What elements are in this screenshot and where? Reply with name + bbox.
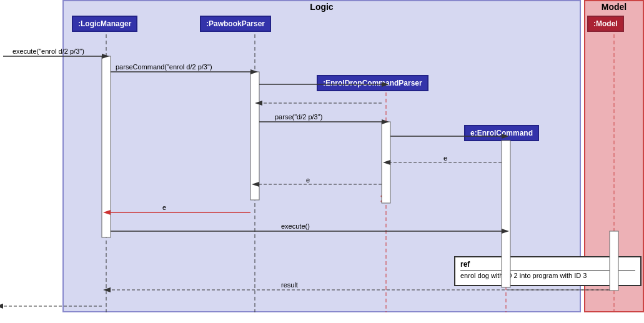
lifeline-enroldropcommandparser: :EnrolDropCommandParser bbox=[317, 75, 429, 91]
ref-box: ref enrol dog with ID 2 into program wit… bbox=[454, 256, 642, 286]
msg-execute: execute("enrol d/2 p/3") bbox=[12, 47, 84, 55]
msg-e-1: e bbox=[443, 154, 447, 162]
msg-parse: parse("d/2 p/3") bbox=[275, 113, 322, 121]
lifeline-pawbookparser: :PawbookParser bbox=[200, 16, 271, 32]
lifeline-model: :Model bbox=[587, 16, 624, 32]
msg-execute-call: execute() bbox=[281, 222, 310, 230]
x-terminator: ✕ bbox=[379, 192, 389, 206]
lifeline-logicmanager: :LogicManager bbox=[72, 16, 137, 32]
svg-marker-33 bbox=[0, 304, 3, 309]
msg-e-2: e bbox=[306, 176, 310, 184]
msg-result: result bbox=[281, 281, 298, 289]
lifeline-enrolcommand: e:EnrolCommand bbox=[464, 125, 539, 141]
model-label: Model bbox=[584, 0, 644, 14]
msg-e-3: e bbox=[162, 204, 166, 211]
sequence-diagram: Logic Model :LogicManager :PawbookParser… bbox=[0, 0, 644, 323]
ref-label: ref bbox=[460, 260, 635, 271]
msg-parsecommand: parseCommand("enrol d/2 p/3") bbox=[116, 63, 212, 71]
ref-text: enrol dog with ID 2 into program with ID… bbox=[460, 272, 635, 279]
logic-label: Logic bbox=[62, 0, 581, 14]
